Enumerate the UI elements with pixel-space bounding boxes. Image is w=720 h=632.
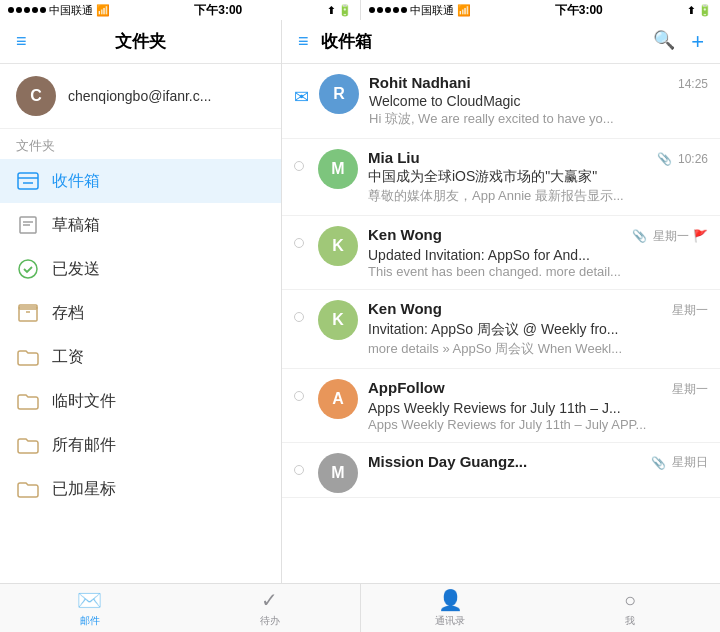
right-header: ≡ 收件箱 🔍 + [282,20,720,64]
folder-item-starred[interactable]: 已加星标 [0,467,281,511]
tab-bar: ✉️ 邮件 ✓ 待办 👤 通讯录 ○ 我 [0,583,720,632]
folder-item-all[interactable]: 所有邮件 [0,423,281,467]
time-right: 下午3:00 [555,2,603,19]
todo-tab-icon: ✓ [261,588,278,612]
email-item[interactable]: M Mission Day Guangz... 📎星期日 [282,443,720,498]
email-time: 📎星期日 [649,454,708,471]
account-email: chenqiongbo@ifanr.c... [68,88,211,104]
read-dot [294,391,304,401]
folder-item-salary[interactable]: 工资 [0,335,281,379]
folder-item-drafts[interactable]: 草稿箱 [0,203,281,247]
flag-icon: 🚩 [693,229,708,243]
right-panel: ≡ 收件箱 🔍 + ✉ R Rohit Nadhani 14:25 [282,20,720,583]
read-dot [294,465,304,475]
attachment-icon: 📎 [651,456,666,470]
folder-name-salary: 工资 [52,347,84,368]
hamburger-icon[interactable]: ≡ [16,31,27,52]
battery-right: 🔋 [698,4,712,17]
inbox-title: 收件箱 [321,30,372,53]
me-tab-label: 我 [625,614,635,628]
email-content: Rohit Nadhani 14:25 Welcome to CloudMagi… [369,74,708,128]
email-time: 星期一 [672,302,708,319]
todo-tab-label: 待办 [260,614,280,628]
email-preview: Hi 琼波, We are really excited to have yo.… [369,110,708,128]
tab-contacts[interactable]: 👤 通讯录 [361,584,541,632]
folder-icon-salary [16,345,40,369]
sender-avatar: M [318,453,358,493]
sender-avatar: K [318,226,358,266]
folder-name-sent: 已发送 [52,259,100,280]
email-item[interactable]: M Mia Liu 📎10:26 中国成为全球iOS游戏市场的"大赢家" 尊敬的… [282,139,720,216]
email-content: Ken Wong 星期一 Invitation: AppSo 周会议 @ Wee… [368,300,708,358]
tab-mail[interactable]: ✉️ 邮件 [0,584,180,632]
left-tab-bar: ✉️ 邮件 ✓ 待办 [0,584,360,632]
svg-point-2 [19,260,37,278]
email-time: 📎星期一🚩 [630,228,708,245]
sender-avatar: M [318,149,358,189]
email-subject: Apps Weekly Reviews for July 11th – J... [368,400,708,416]
email-item[interactable]: K Ken Wong 📎星期一🚩 Updated Invitation: App… [282,216,720,290]
email-sender: AppFollow [368,379,445,396]
email-content: Ken Wong 📎星期一🚩 Updated Invitation: AppSo… [368,226,708,279]
status-bars: 中国联通 📶 下午3:00 ⬆ 🔋 中国联通 📶 下午3:00 ⬆ 🔋 [0,0,720,20]
folder-item-archive[interactable]: 存档 [0,291,281,335]
folder-icon-temp [16,389,40,413]
tab-todo[interactable]: ✓ 待办 [180,584,360,632]
account-section[interactable]: C chenqiongbo@ifanr.c... [0,64,281,129]
email-item[interactable]: ✉ R Rohit Nadhani 14:25 Welcome to Cloud… [282,64,720,139]
location-icon: ⬆ [327,5,335,16]
email-preview: more details » AppSo 周会议 When Weekl... [368,340,708,358]
contacts-tab-label: 通讯录 [435,614,465,628]
folder-name-inbox: 收件箱 [52,171,100,192]
folder-item-temp[interactable]: 临时文件 [0,379,281,423]
sender-avatar: R [319,74,359,114]
email-subject: Welcome to CloudMagic [369,93,708,109]
search-icon[interactable]: 🔍 [653,29,675,55]
sender-avatar: A [318,379,358,419]
avatar: C [16,76,56,116]
carrier-right: 中国联通 [410,3,454,18]
unread-dot: ✉ [294,86,309,108]
left-status-bar: 中国联通 📶 下午3:00 ⬆ 🔋 [0,0,360,20]
folder-icon-all [16,433,40,457]
draft-icon [16,213,40,237]
email-item[interactable]: A AppFollow 星期一 Apps Weekly Reviews for … [282,369,720,443]
folder-item-inbox[interactable]: 收件箱 [0,159,281,203]
archive-icon [16,301,40,325]
email-sender: Ken Wong [368,226,442,243]
folder-name-all: 所有邮件 [52,435,116,456]
email-preview: Apps Weekly Reviews for July 11th – July… [368,417,708,432]
right-hamburger-icon[interactable]: ≡ [298,31,309,52]
read-dot [294,312,304,322]
email-subject: Invitation: AppSo 周会议 @ Weekly fro... [368,321,708,339]
email-content: Mission Day Guangz... 📎星期日 [368,453,708,472]
email-sender: Ken Wong [368,300,442,317]
wifi-icon: 📶 [96,4,110,17]
read-dot [294,238,304,248]
main-content: ≡ 文件夹 C chenqiongbo@ifanr.c... 文件夹 收件箱 [0,20,720,583]
email-sender: Mia Liu [368,149,420,166]
tab-me[interactable]: ○ 我 [540,584,720,632]
right-tab-bar: 👤 通讯录 ○ 我 [360,584,721,632]
email-preview: 尊敬的媒体朋友，App Annie 最新报告显示... [368,187,708,205]
location-icon-right: ⬆ [687,5,695,16]
left-panel: ≡ 文件夹 C chenqiongbo@ifanr.c... 文件夹 收件箱 [0,20,282,583]
folder-name-temp: 临时文件 [52,391,116,412]
email-content: AppFollow 星期一 Apps Weekly Reviews for Ju… [368,379,708,432]
email-sender: Mission Day Guangz... [368,453,527,470]
compose-icon[interactable]: + [691,29,704,55]
email-preview: This event has been changed. more detail… [368,264,708,279]
folder-name-archive: 存档 [52,303,84,324]
inbox-icon [16,169,40,193]
folder-name-drafts: 草稿箱 [52,215,100,236]
folder-item-sent[interactable]: 已发送 [0,247,281,291]
battery-left: 🔋 [338,4,352,17]
wifi-icon-right: 📶 [457,4,471,17]
folder-icon-starred [16,477,40,501]
sent-icon [16,257,40,281]
mail-tab-icon: ✉️ [77,588,102,612]
folders-label: 文件夹 [0,129,281,159]
folders-title: 文件夹 [115,30,166,53]
email-item[interactable]: K Ken Wong 星期一 Invitation: AppSo 周会议 @ W… [282,290,720,369]
signal-strength-right [369,7,407,13]
